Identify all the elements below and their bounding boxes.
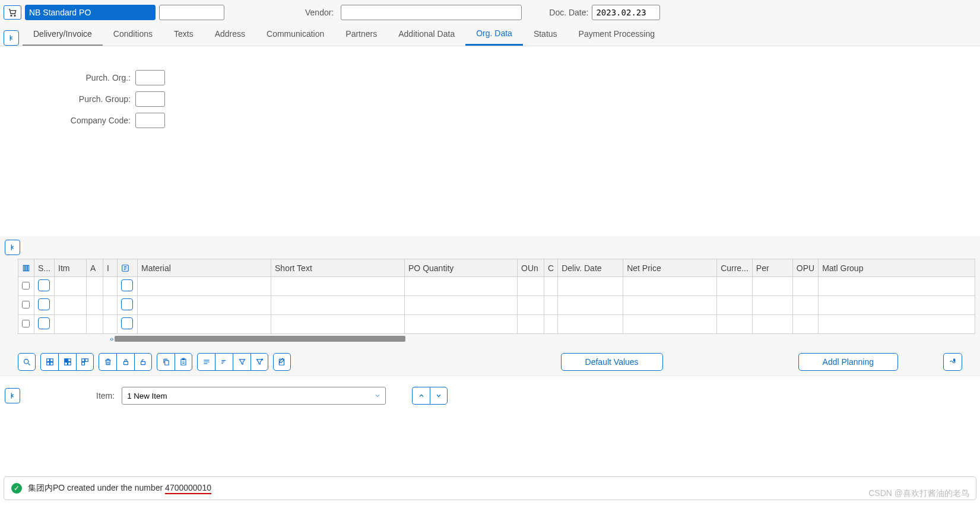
scroll-thumb[interactable] bbox=[115, 336, 405, 342]
col-deliv-date[interactable]: Deliv. Date bbox=[558, 259, 623, 277]
addl-planning-button[interactable]: Addl Planning bbox=[798, 353, 898, 371]
scroll-left-icon[interactable]: ‹ › bbox=[110, 335, 112, 342]
po-number-input[interactable] bbox=[159, 5, 224, 20]
item-nav-group bbox=[412, 387, 448, 405]
status-box[interactable] bbox=[38, 317, 50, 329]
svg-rect-4 bbox=[27, 265, 28, 271]
svg-rect-3 bbox=[26, 265, 27, 271]
svg-rect-8 bbox=[50, 359, 53, 362]
lock-icon[interactable] bbox=[116, 353, 134, 371]
item-select-input[interactable] bbox=[122, 387, 386, 405]
col-i[interactable]: I bbox=[103, 259, 118, 277]
edit-icon[interactable] bbox=[273, 353, 291, 371]
detail-icon[interactable] bbox=[197, 353, 215, 371]
row-select-checkbox[interactable] bbox=[22, 301, 30, 309]
svg-rect-14 bbox=[68, 362, 71, 365]
row-select-checkbox[interactable] bbox=[22, 320, 30, 327]
collapse-items-button[interactable] bbox=[5, 240, 20, 255]
svg-rect-17 bbox=[82, 362, 85, 365]
svg-rect-20 bbox=[164, 361, 168, 365]
select-group bbox=[40, 353, 94, 371]
col-itm[interactable]: Itm bbox=[55, 259, 87, 277]
search-icon[interactable] bbox=[18, 353, 36, 371]
col-per[interactable]: Per bbox=[752, 259, 792, 277]
po-type-input[interactable] bbox=[25, 5, 156, 20]
purch-group-input[interactable] bbox=[135, 91, 165, 107]
status-box[interactable] bbox=[38, 279, 50, 291]
status-bar: ✓ 集团内PO created under the number 4700000… bbox=[4, 476, 976, 500]
copy-icon[interactable] bbox=[157, 353, 175, 371]
default-values-button[interactable]: Default Values bbox=[561, 353, 663, 371]
table-hscroll[interactable]: ‹ › bbox=[18, 334, 975, 346]
delete-icon[interactable] bbox=[99, 353, 116, 371]
tab-status[interactable]: Status bbox=[523, 23, 568, 46]
select-block-icon[interactable] bbox=[58, 353, 76, 371]
col-hierarchy-icon[interactable] bbox=[118, 259, 138, 277]
col-config-icon[interactable] bbox=[18, 259, 34, 277]
tab-communication[interactable]: Communication bbox=[256, 23, 335, 46]
col-net-price[interactable]: Net Price bbox=[623, 259, 717, 277]
tab-texts[interactable]: Texts bbox=[163, 23, 204, 46]
items-table-wrap: S... Itm A I Material Short Text PO Quan… bbox=[0, 259, 980, 348]
svg-rect-9 bbox=[46, 362, 49, 365]
item-detail-row: Item: bbox=[0, 376, 980, 415]
purch-org-label: Purch. Org.: bbox=[18, 73, 131, 82]
tab-org-data[interactable]: Org. Data bbox=[465, 23, 523, 46]
item-select[interactable] bbox=[122, 387, 386, 405]
tab-address[interactable]: Address bbox=[204, 23, 256, 46]
col-currency[interactable]: Curre... bbox=[717, 259, 753, 277]
filter-clear-icon[interactable] bbox=[250, 353, 268, 371]
tab-conditions[interactable]: Conditions bbox=[103, 23, 163, 46]
price-icon[interactable]: $ bbox=[943, 353, 962, 371]
purch-group-label: Purch. Group: bbox=[18, 94, 131, 104]
svg-rect-16 bbox=[85, 359, 88, 362]
table-row[interactable] bbox=[18, 277, 975, 296]
purch-org-input[interactable] bbox=[135, 70, 165, 85]
select-all-icon[interactable] bbox=[40, 353, 58, 371]
collapse-header-button[interactable] bbox=[4, 30, 19, 46]
table-row[interactable] bbox=[18, 315, 975, 334]
row-select-checkbox[interactable] bbox=[22, 282, 30, 290]
table-row[interactable] bbox=[18, 296, 975, 315]
tab-additional-data[interactable]: Additional Data bbox=[388, 23, 465, 46]
org-data-pane: Purch. Org.: Purch. Group: Company Code: bbox=[0, 46, 980, 236]
item-next-button[interactable] bbox=[430, 387, 448, 405]
collapse-item-detail-button[interactable] bbox=[5, 388, 20, 403]
filter-icon[interactable] bbox=[233, 353, 250, 371]
col-a[interactable]: A bbox=[87, 259, 103, 277]
tab-partners[interactable]: Partners bbox=[335, 23, 388, 46]
status-message: 集团内PO created under the number 470000001… bbox=[28, 483, 211, 494]
col-matl-group[interactable]: Matl Group bbox=[819, 259, 975, 277]
col-material[interactable]: Material bbox=[138, 259, 271, 277]
col-opu[interactable]: OPU bbox=[792, 259, 818, 277]
status-box[interactable] bbox=[38, 298, 50, 310]
status-po-number: 4700000010 bbox=[165, 483, 211, 494]
company-code-input[interactable] bbox=[135, 113, 165, 128]
col-po-quantity[interactable]: PO Quantity bbox=[405, 259, 518, 277]
tab-delivery-invoice[interactable]: Delivery/Invoice bbox=[23, 23, 103, 46]
paste-icon[interactable] bbox=[175, 353, 192, 371]
tabs-row: Delivery/Invoice Conditions Texts Addres… bbox=[4, 23, 976, 46]
svg-point-1 bbox=[14, 15, 15, 16]
item-prev-button[interactable] bbox=[412, 387, 430, 405]
hierarchy-box[interactable] bbox=[121, 298, 133, 310]
deselect-all-icon[interactable] bbox=[76, 353, 94, 371]
svg-rect-15 bbox=[82, 359, 85, 362]
docdate-input[interactable] bbox=[592, 5, 660, 20]
svg-text:$: $ bbox=[953, 358, 955, 362]
hierarchy-box[interactable] bbox=[121, 279, 133, 291]
vendor-input[interactable] bbox=[341, 5, 522, 20]
po-type-select[interactable] bbox=[25, 5, 156, 20]
watermark: CSDN @喜欢打酱油的老鸟 bbox=[868, 488, 969, 499]
hierarchy-box[interactable] bbox=[121, 317, 133, 329]
col-c[interactable]: C bbox=[544, 259, 558, 277]
cart-icon[interactable] bbox=[4, 5, 21, 20]
svg-rect-19 bbox=[141, 361, 145, 364]
col-short-text[interactable]: Short Text bbox=[271, 259, 405, 277]
sort-icon[interactable] bbox=[215, 353, 233, 371]
col-oun[interactable]: OUn bbox=[518, 259, 544, 277]
unlock-icon[interactable] bbox=[134, 353, 152, 371]
col-status[interactable]: S... bbox=[34, 259, 55, 277]
tab-payment-processing[interactable]: Payment Processing bbox=[568, 23, 665, 46]
items-toggle-row bbox=[0, 236, 980, 259]
